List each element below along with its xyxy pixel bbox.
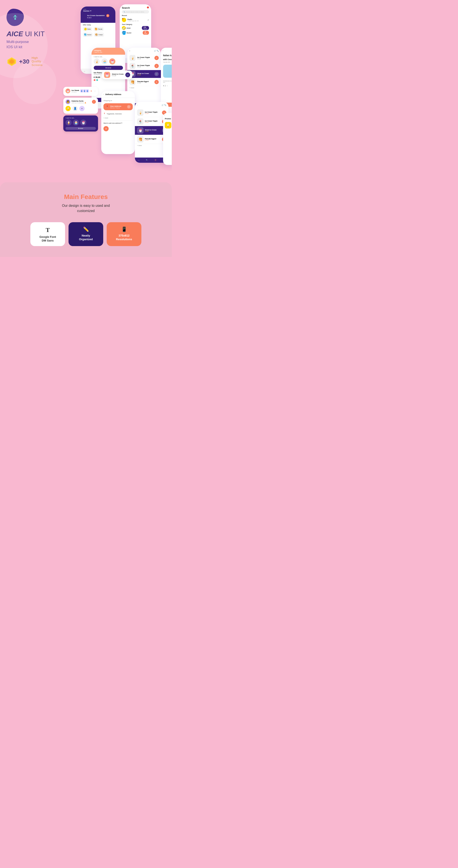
list-item-steak: 🍧 Steak Ice Cream € 3,39 🛒 <box>127 70 161 78</box>
cat-bucket: 🪣 Bucket 38Items <box>122 31 149 35</box>
search-title: Search 🔴 <box>120 4 151 10</box>
main-features-sub: Our design is easy to used and customize… <box>6 203 165 214</box>
search-bar[interactable]: 🔍 Search any ice cream or dishes <box>122 10 149 13</box>
left-cards: 🍧 Ice Steak 12 items 👤 👤 👤 ♥ ··· <box>63 87 98 131</box>
phone-delivery: ‹ Delivery Address Shipping to 📍 Own Add… <box>101 91 135 154</box>
phones-area: Hello, Damian ✦ Ice Cream Sandwitch € 33… <box>63 4 172 167</box>
list-item-tripple2: 🍨 Ice Cream Tripple € 6,39 + <box>127 62 161 70</box>
deco-circle-2 <box>13 61 56 104</box>
list-header: ‹ 🛒 🔍 <box>127 48 161 54</box>
list-item-pancake: 🥞 Pancake Eggrol € 3,39 + <box>127 78 161 86</box>
cat-butter: 🧈 Butter 234flavour <box>122 26 149 30</box>
plb-header: ‹ 🛒 🔍 <box>135 102 168 108</box>
pen-icon: ✏️ <box>83 227 89 232</box>
cart-floating-card[interactable]: 🍧 Steak Ice Cream € 3,39 🛒 <box>102 70 132 79</box>
cart-btn[interactable]: 🛒 <box>125 72 130 77</box>
feature-card-font: T Google Font DM Sans <box>30 222 65 246</box>
font-icon: T <box>46 227 50 233</box>
browse-btn[interactable]: Browse <box>94 66 123 70</box>
add-address-btn[interactable]: + <box>103 126 109 131</box>
phone-promo: ‹ Promo 🍦 Item... Ice Cre... <box>163 113 172 165</box>
heart-btn[interactable]: ♥ <box>106 14 109 17</box>
top-section: AICE UI KIT Multi-purpose IOS UI kit +30… <box>0 0 172 174</box>
phone-icon: 📱 <box>121 227 127 232</box>
ice-steak-card: 🍧 Ice Steak 12 items 👤 👤 👤 ♥ ··· <box>63 87 98 96</box>
katarina-card: 👩 Katarina Surta Add new 3 collections 🔥… <box>63 98 98 114</box>
back-btn[interactable]: ‹ <box>161 48 172 53</box>
delivery-header: ‹ Delivery Address <box>101 91 135 98</box>
browse-btn-dark[interactable]: Browse <box>65 127 96 130</box>
bottom-section: Main Features Our design is easy to used… <box>0 182 172 257</box>
home-address-card: 📍 Own Address Warsaw, Polonia ✓ <box>103 103 133 110</box>
cat-header: Category I want to eat... <box>92 48 125 55</box>
phone-home-header: Hello, Damian ✦ Ice Cream Sandwitch € 33… <box>81 6 116 23</box>
category-items: 🧈 Butter 234flavour 🪣 Bucket 38Items <box>120 26 151 35</box>
offer-item-creeps: 🥐 Creeps <box>94 33 104 37</box>
avatars-group: 👤 👤 👤 <box>81 89 89 93</box>
feature-card-resolution: 📱 375x812 Resolutions <box>107 222 141 246</box>
recent-item: 🍓 Fruit's 4 week ago dec der ↺ <box>120 17 151 23</box>
features-cards: T Google Font DM Sans ✏️ Neatly Organize… <box>6 222 165 246</box>
browse-dark-card: I want to eat... 🍦 🧁 🍧 Browse <box>63 116 98 131</box>
offer-card: Ice Cream Sandwitch € 33.5 ♥ <box>86 13 110 20</box>
offer-item-bucket: 🪣 Bucket <box>83 33 93 37</box>
offer-item-pancak: 🥞 Pancak <box>94 27 104 31</box>
list-item-tripple1: 🍦 Ice Cream Tripple € 6,39 + <box>127 54 161 62</box>
color-dots <box>94 79 123 81</box>
browse-food-icons: 🍦 🧁 🍧 <box>92 58 125 66</box>
product-image: 🍧 <box>163 65 172 78</box>
offer-item-butter: 🧈 Butter <box>83 27 92 31</box>
offer-items: 🧈 Butter 🥞 Pancak 🪣 Bucket 🥐 Creeps <box>81 27 116 38</box>
main-features-title: Main Features <box>6 193 165 200</box>
work-address: 📍 Yogyakarta, Indonesia <box>101 111 135 116</box>
arrow-btn[interactable]: › <box>92 100 96 104</box>
user-name: Damian ✦ <box>83 10 113 12</box>
promo-item: 🍦 Item... Ice Cre... <box>163 121 172 129</box>
feature-card-organized: ✏️ Neatly Organized <box>68 222 103 246</box>
